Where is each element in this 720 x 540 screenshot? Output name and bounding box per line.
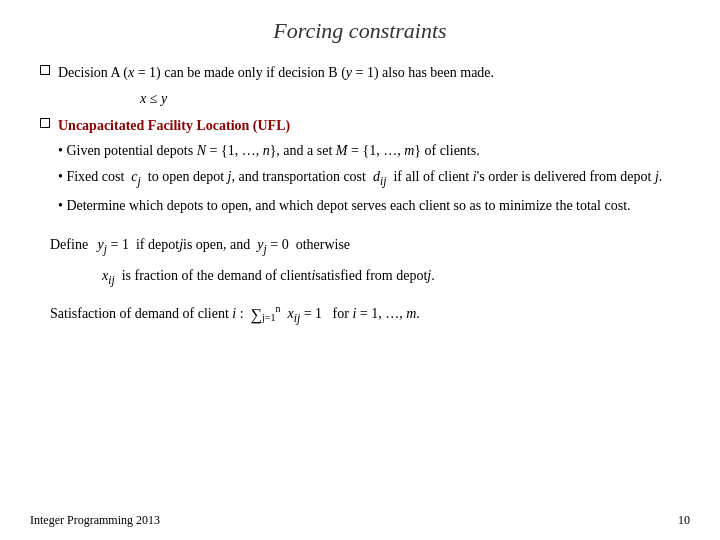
- content-area: Decision A (x = 1) can be made only if d…: [30, 62, 690, 329]
- constraint-xy: x ≤ y: [140, 91, 690, 107]
- bullet-2-text: Uncapacitated Facility Location (UFL): [58, 115, 690, 136]
- slide-title: Forcing constraints: [30, 10, 690, 44]
- bullet-1: Decision A (x = 1) can be made only if d…: [40, 62, 690, 83]
- footer-left: Integer Programming 2013: [30, 513, 160, 528]
- define-row-2: xij is fraction of the demand of client …: [102, 265, 690, 290]
- ufl-sub2: Fixed cost cj to open depot j, and trans…: [58, 166, 690, 190]
- satisfaction-block: Satisfaction of demand of client i : ∑j=…: [50, 300, 690, 328]
- define-label: Define: [50, 234, 88, 256]
- slide: Forcing constraints Decision A (x = 1) c…: [0, 0, 720, 540]
- ufl-sub3: Determine which depots to open, and whic…: [58, 195, 690, 216]
- footer-page: 10: [678, 513, 690, 528]
- define-row-1: Define yj = 1 if depot j is open, and yj…: [50, 234, 690, 259]
- bullet-2: Uncapacitated Facility Location (UFL): [40, 115, 690, 136]
- define-block: Define yj = 1 if depot j is open, and yj…: [50, 234, 690, 290]
- ufl-label: Uncapacitated Facility Location (UFL): [58, 118, 290, 133]
- bullet-1-text: Decision A (x = 1) can be made only if d…: [58, 62, 690, 83]
- bullet-square-2: [40, 118, 50, 128]
- footer: Integer Programming 2013 10: [30, 513, 690, 528]
- bullet-square-1: [40, 65, 50, 75]
- ufl-sub1: Given potential depots N = {1, …, n}, an…: [58, 140, 690, 161]
